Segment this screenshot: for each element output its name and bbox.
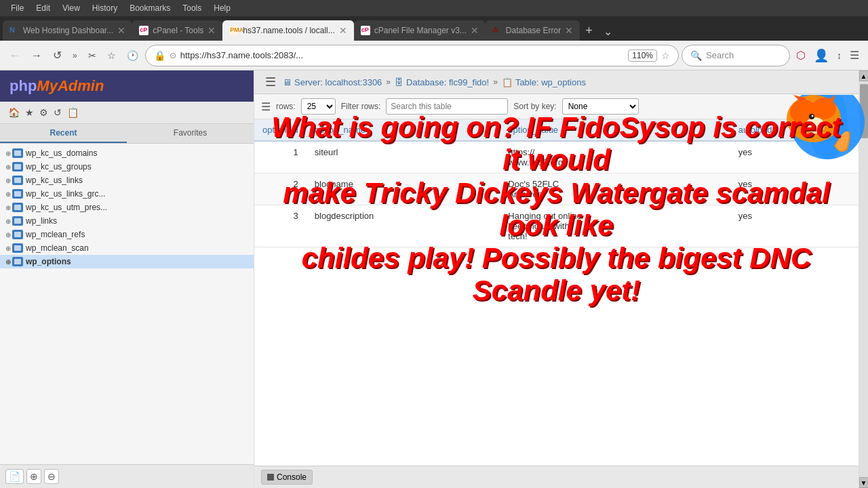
tab-4-close[interactable]: ✕ <box>471 25 479 36</box>
sidebar-header: phpMyAdmin <box>0 70 254 102</box>
tab-bar: N Web Hosting Dashboar... ✕ cP cPanel - … <box>0 16 868 41</box>
home-icon[interactable]: 🏠 <box>7 106 21 119</box>
server-icon: 🖥 <box>283 77 292 87</box>
menu-bookmarks[interactable]: Bookmarks <box>124 2 176 14</box>
expand-icon-6[interactable]: ⊕ <box>5 231 11 239</box>
tree-item-0[interactable]: ⊕ wp_kc_us_domains <box>0 146 254 160</box>
favorites-icon[interactable]: ★ <box>24 106 35 119</box>
tab-overflow-button[interactable]: ⌄ <box>598 22 618 41</box>
tree-item-8[interactable]: ⊕ wp_options <box>0 255 254 268</box>
col-header-option-value[interactable]: option_value <box>500 119 730 141</box>
tab-5[interactable]: ⚠ Database Error ✕ <box>486 20 580 41</box>
menu-edit[interactable]: Edit <box>31 2 56 14</box>
tab-3-close[interactable]: ✕ <box>339 25 347 36</box>
expand-icon-8[interactable]: ⊕ <box>5 258 11 266</box>
expand-icon-0[interactable]: ⊕ <box>5 150 11 157</box>
browser-frame: File Edit View History Bookmarks Tools H… <box>0 0 868 488</box>
tab-2-close[interactable]: ✕ <box>208 25 216 36</box>
tree-item-1[interactable]: ⊕ wp_kc_us_groups <box>0 160 254 174</box>
sidebar-expand-btn[interactable]: ⊕ <box>26 469 41 484</box>
sidebar-toolbar: 🏠 ★ ⚙ ↺ 📋 <box>0 102 254 124</box>
tree-item-7[interactable]: ⊕ wp_mclean_scan <box>0 241 254 255</box>
expand-icon-1[interactable]: ⊕ <box>5 163 11 171</box>
tab-4[interactable]: cP cPanel File Manager v3... ✕ <box>354 20 486 41</box>
tab-1-favicon: N <box>9 26 19 35</box>
table-icon-2 <box>12 176 23 185</box>
back-button[interactable]: ← <box>5 47 24 64</box>
menu-history[interactable]: History <box>87 2 123 14</box>
sidebar-tab-favorites[interactable]: Favorites <box>127 124 254 143</box>
history-button[interactable]: 🕐 <box>123 47 142 64</box>
sidebar-collapse-btn[interactable]: ⊖ <box>44 469 59 484</box>
tree-label-5: wp_links <box>26 216 57 226</box>
settings-icon[interactable]: ⚙ <box>38 106 50 119</box>
tab-2[interactable]: cP cPanel - Tools ✕ <box>132 20 222 41</box>
sidebar-create-btn[interactable]: 📄 <box>5 469 24 484</box>
menu-help[interactable]: Help <box>208 2 236 14</box>
database-icon: 🗄 <box>395 77 403 87</box>
tree-item-2[interactable]: ⊕ wp_kc_us_links <box>0 174 254 187</box>
filter-input[interactable] <box>386 98 508 115</box>
console-button[interactable]: Console <box>261 470 313 485</box>
col-header-option-name[interactable]: option_name <box>307 119 500 141</box>
sidebar: phpMyAdmin 🏠 ★ ⚙ ↺ 📋 Recent Favorites ⊕ … <box>0 70 254 488</box>
tab-3[interactable]: PMA hs37.name.tools / locall... ✕ <box>222 20 353 41</box>
sidebar-tree: ⊕ wp_kc_us_domains ⊕ wp_kc_us_groups ⊕ w… <box>0 144 254 464</box>
extra-icon[interactable]: 📋 <box>66 106 80 119</box>
menu-tools[interactable]: Tools <box>177 2 207 14</box>
firefox-logo-area <box>760 95 868 176</box>
sort-select[interactable]: NonePRIMARYoption_name_2 <box>562 98 639 115</box>
table-icon-5 <box>12 216 23 226</box>
address-text: https://hs37.name.tools:2083/... <box>180 50 625 60</box>
new-tab-button[interactable]: + <box>580 21 598 41</box>
tab-1[interactable]: N Web Hosting Dashboar... ✕ <box>3 20 132 41</box>
pocket-button[interactable]: ⬡ <box>793 45 809 66</box>
more-button[interactable]: » <box>68 48 81 63</box>
search-bar[interactable]: 🔍 Search <box>682 45 790 66</box>
col-header-option-id[interactable]: option_id <box>254 119 307 141</box>
zoom-badge[interactable]: 110% <box>628 49 657 62</box>
expand-icon-7[interactable]: ⊕ <box>5 245 11 252</box>
tree-item-6[interactable]: ⊕ wp_mclean_refs <box>0 228 254 241</box>
row-1-value: https://www.flc52.org <box>500 141 730 174</box>
expand-icon-5[interactable]: ⊕ <box>5 218 11 225</box>
forward-button[interactable]: → <box>27 47 46 64</box>
breadcrumb-bar: ☰ 🖥 Server: localhost:3306 » 🗄 Database:… <box>254 70 859 94</box>
tree-item-3[interactable]: ⊕ wp_kc_us_links_grc... <box>0 187 254 201</box>
table-icon: 📋 <box>502 77 513 87</box>
menu-button[interactable]: ☰ <box>846 45 863 66</box>
refresh-sidebar-icon[interactable]: ↺ <box>52 106 63 119</box>
sidebar-bottom: 📄 ⊕ ⊖ <box>0 464 254 488</box>
profile-button[interactable]: 👤 <box>810 45 832 66</box>
tab-1-close[interactable]: ✕ <box>117 25 125 36</box>
row-3-value: Hanging out onlinekeeping up withtech! <box>500 205 730 247</box>
hamburger-icon[interactable]: ☰ <box>261 100 271 113</box>
tab-5-close[interactable]: ✕ <box>565 25 573 36</box>
search-placeholder-text: Search <box>706 50 781 60</box>
rows-select[interactable]: 2550100500 <box>301 98 336 115</box>
expand-icon-2[interactable]: ⊕ <box>5 177 11 184</box>
scroll-down-button[interactable]: ▼ <box>859 477 869 488</box>
breadcrumb-server[interactable]: 🖥 Server: localhost:3306 <box>283 77 382 87</box>
breadcrumb-database[interactable]: 🗄 Database: flc99_fido! <box>395 77 489 87</box>
rows-label: rows: <box>276 102 296 111</box>
tree-item-4[interactable]: ⊕ wp_kc_us_utm_pres... <box>0 201 254 214</box>
reload-button[interactable]: ↺ <box>49 46 66 64</box>
sync-button[interactable]: ↕ <box>833 45 845 66</box>
bookmark-star-button[interactable]: ☆ <box>103 47 120 64</box>
sidebar-tab-recent[interactable]: Recent <box>0 124 127 143</box>
address-bar[interactable]: 🔒 ⊙ https://hs37.name.tools:2083/... 110… <box>145 45 679 66</box>
bookmark-icon[interactable]: ☆ <box>661 50 670 61</box>
sidebar-toggle-button[interactable]: ☰ <box>262 75 279 89</box>
tree-item-5[interactable]: ⊕ wp_links <box>0 214 254 228</box>
breadcrumb-table[interactable]: 📋 Table: wp_options <box>502 77 586 87</box>
expand-icon-4[interactable]: ⊕ <box>5 204 11 211</box>
pma-logo: phpMyAdmin <box>9 77 244 95</box>
menu-view[interactable]: View <box>57 2 85 14</box>
extensions-button[interactable]: ✂ <box>84 47 100 64</box>
row-2-autoload: yes <box>730 174 859 205</box>
scroll-up-button[interactable]: ▲ <box>859 70 869 81</box>
expand-icon-3[interactable]: ⊕ <box>5 190 11 198</box>
menu-file[interactable]: File <box>5 2 29 14</box>
row-1-id: 1 <box>254 141 307 174</box>
